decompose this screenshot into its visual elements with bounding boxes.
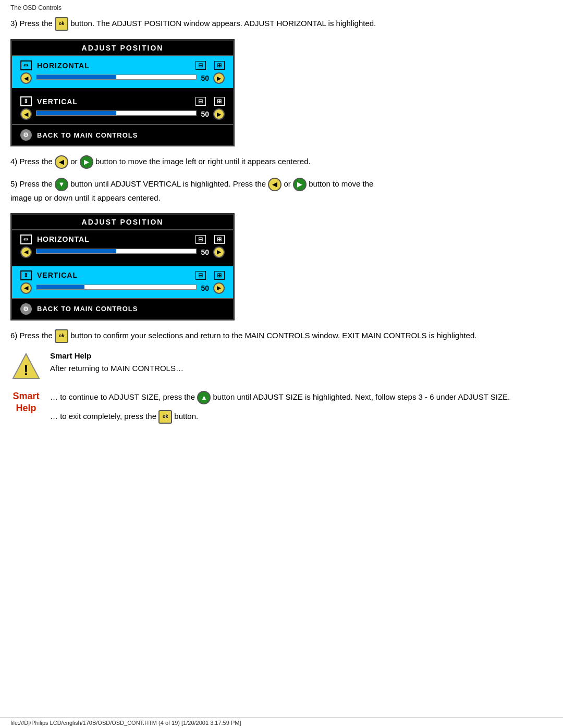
step-3: 3) Press the ok button. The ADJUST POSIT… xyxy=(10,17,553,31)
left-button-icon-s5: ◀ xyxy=(268,178,282,191)
smart-help-main: Smart Help … to continue to ADJUST SIZE,… xyxy=(10,390,553,424)
slider-track-v2 xyxy=(36,285,197,290)
page-footer: file:///D|/Philips LCD/english/170B/OSD/… xyxy=(0,717,563,728)
expand-icon-h2: ⊞ xyxy=(214,235,225,244)
right-button-icon-s5: ▶ xyxy=(293,178,307,191)
slider-fill-v2 xyxy=(36,285,84,289)
step5-prefix: 5) Press the xyxy=(10,179,53,188)
vertical-label-2: VERTICAL xyxy=(37,271,78,279)
step4-or: or xyxy=(70,157,77,166)
step3-suffix: button. The ADJUST POSITION window appea… xyxy=(70,19,376,28)
horizontal-row-1: ⇔ HORIZONTAL ⊟ ⊞ ◀ 50 ▶ xyxy=(12,56,233,88)
step6-prefix: 6) Press the xyxy=(10,331,53,340)
step5-middle2: or xyxy=(284,179,290,188)
step5b-text: image up or down until it appears center… xyxy=(10,191,553,205)
smart-help-label: Smart Help xyxy=(10,390,42,415)
adjust-title-text-2: ADJUST POSITION xyxy=(82,218,164,226)
bullet1-suffix: button until ADJUST SIZE is highlighted.… xyxy=(213,392,510,401)
smart-help-header: ! Smart Help After returning to MAIN CON… xyxy=(10,351,553,384)
step6-suffix: button to confirm your selections and re… xyxy=(70,331,476,340)
slider-fill-h2 xyxy=(36,249,116,253)
smart-help-bullets: … to continue to ADJUST SIZE, press the … xyxy=(50,390,553,424)
slider-right-v1[interactable]: ▶ xyxy=(213,108,225,120)
step-6: 6) Press the ok button to confirm your s… xyxy=(10,329,553,343)
back-row-2[interactable]: ⚙ BACK TO MAIN CONTROLS xyxy=(12,298,233,319)
vertical-label-1: VERTICAL xyxy=(37,97,78,106)
adjust-title-1: ADJUST POSITION xyxy=(12,41,233,56)
step4-prefix: 4) Press the xyxy=(10,157,53,166)
slider-left-v1[interactable]: ◀ xyxy=(20,108,32,120)
bullet1-prefix: … to continue to ADJUST SIZE, press the xyxy=(50,392,195,401)
smart-help-after-text: After returning to MAIN CONTROLS… xyxy=(50,362,183,375)
slider-left-h2[interactable]: ◀ xyxy=(20,246,32,258)
slider-right-h2[interactable]: ▶ xyxy=(213,246,225,258)
ok-button-icon-sh: ok xyxy=(158,410,172,424)
horizontal-label-2: HORIZONTAL xyxy=(37,235,90,243)
slider-value-v1: 50 xyxy=(201,110,209,118)
up-button-icon-sh: ▲ xyxy=(197,391,211,404)
footer-text: file:///D|/Philips LCD/english/170B/OSD/… xyxy=(10,720,241,726)
slider-left-v2[interactable]: ◀ xyxy=(20,282,32,294)
back-label-1: BACK TO MAIN CONTROLS xyxy=(37,131,138,139)
horizontal-icon-1: ⇔ xyxy=(20,60,32,70)
slider-value-h2: 50 xyxy=(201,248,209,256)
slider-fill-h1 xyxy=(36,75,116,79)
smart-help-title: Smart Help xyxy=(50,351,183,360)
horizontal-row-2: ⇔ HORIZONTAL ⊟ ⊞ ◀ 50 ▶ xyxy=(12,230,233,262)
horizontal-icon-2: ⇔ xyxy=(20,235,32,244)
header-title: The OSD Controls xyxy=(10,4,62,11)
down-button-icon-s5: ▼ xyxy=(55,178,68,191)
expand-icon-v2: ⊞ xyxy=(214,271,225,280)
vertical-icon-1: ⇕ xyxy=(20,96,32,106)
step5-suffix: button to move the xyxy=(309,179,373,188)
vertical-row-2: ⇕ VERTICAL ⊟ ⊞ ◀ 50 ▶ xyxy=(12,266,233,298)
shrink-icon-h2: ⊟ xyxy=(195,235,206,244)
horizontal-label-1: HORIZONTAL xyxy=(37,61,90,70)
smart-help-bullet2: … to exit completely, press the ok butto… xyxy=(50,410,553,424)
slider-value-v2: 50 xyxy=(201,284,209,292)
slider-track-h2 xyxy=(36,249,197,254)
shrink-icon-v2: ⊟ xyxy=(195,271,206,280)
bullet2-prefix: … to exit completely, press the xyxy=(50,412,156,421)
expand-icon-1: ⊞ xyxy=(214,61,225,70)
slider-value-h1: 50 xyxy=(201,74,209,82)
shrink-icon-v1: ⊟ xyxy=(195,97,206,106)
slider-right-1[interactable]: ▶ xyxy=(213,72,225,84)
vertical-icon-2: ⇕ xyxy=(20,270,32,280)
step-4: 4) Press the ◀ or ▶ button to move the i… xyxy=(10,155,553,169)
slider-track-v1 xyxy=(36,110,197,116)
step4-suffix: button to move the image left or right u… xyxy=(95,157,311,166)
expand-icon-v1: ⊞ xyxy=(214,97,225,106)
warning-icon: ! xyxy=(10,351,42,384)
svg-text:!: ! xyxy=(23,362,28,378)
left-button-icon-s4: ◀ xyxy=(55,155,68,169)
step3-prefix: 3) Press the xyxy=(10,19,53,28)
step5-middle1: button until ADJUST VERTICAL is highligh… xyxy=(70,179,266,188)
ok-button-icon-s6: ok xyxy=(55,329,68,343)
slider-right-v2[interactable]: ▶ xyxy=(213,282,225,294)
back-icon-2: ⚙ xyxy=(20,303,32,315)
step-5: 5) Press the ▼ button until ADJUST VERTI… xyxy=(10,177,553,205)
shrink-icon-1: ⊟ xyxy=(195,61,206,70)
vertical-row-1: ⇕ VERTICAL ⊟ ⊞ ◀ 50 ▶ xyxy=(12,92,233,124)
back-icon-1: ⚙ xyxy=(20,129,32,141)
smart-help-header-content: Smart Help After returning to MAIN CONTR… xyxy=(50,351,183,380)
slider-left-1[interactable]: ◀ xyxy=(20,72,32,84)
ok-button-icon: ok xyxy=(55,17,68,31)
right-button-icon-s4: ▶ xyxy=(80,155,93,169)
adjust-title-2: ADJUST POSITION xyxy=(12,215,233,230)
page-header: The OSD Controls xyxy=(10,4,553,11)
bullet2-suffix: button. xyxy=(174,412,198,421)
smart-help-bullet1: … to continue to ADJUST SIZE, press the … xyxy=(50,390,553,404)
slider-fill-v1 xyxy=(36,111,116,115)
adjust-position-window-1: ADJUST POSITION ⇔ HORIZONTAL ⊟ ⊞ ◀ 50 ▶ … xyxy=(10,39,235,146)
slider-track-h1 xyxy=(36,75,197,80)
adjust-position-window-2: ADJUST POSITION ⇔ HORIZONTAL ⊟ ⊞ ◀ 50 ▶ … xyxy=(10,213,235,320)
back-row-1[interactable]: ⚙ BACK TO MAIN CONTROLS xyxy=(12,124,233,145)
back-label-2: BACK TO MAIN CONTROLS xyxy=(37,305,138,313)
adjust-title-text-1: ADJUST POSITION xyxy=(82,44,164,52)
